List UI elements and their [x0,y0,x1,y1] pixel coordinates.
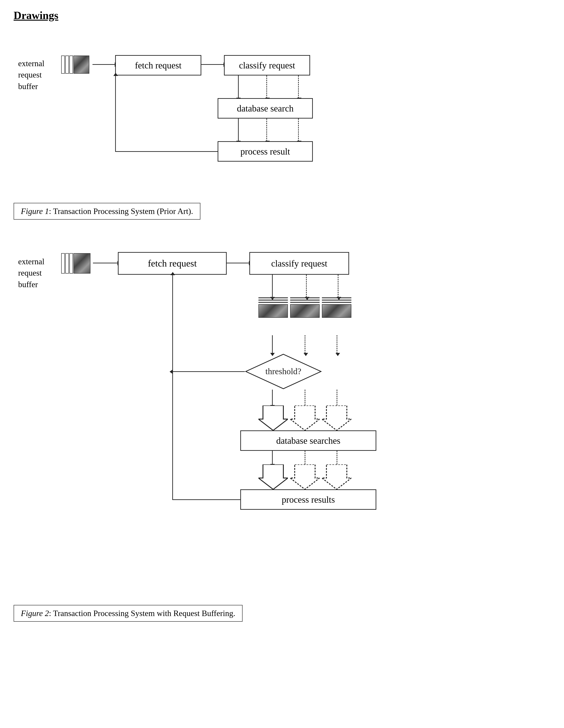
fig1-buffer-label: external request buffer [18,58,44,92]
svg-marker-4 [322,405,351,430]
fig2-queue1 [258,297,288,318]
fig1-process-result-box: process result [218,141,313,162]
figure1-diagram: external request buffer fetch request cl… [14,35,512,194]
fig2-arrow-cr-down3 [338,275,338,297]
fig2-arrow-cr-down2 [306,275,307,297]
fig1-return-h [115,151,218,152]
fig1-database-search-box: database search [218,98,313,119]
fig1-classify-request-box: classify request [224,55,310,75]
fig2-hollow-arrow4 [258,464,288,490]
fig2-arrow-cr-down1 [272,275,273,297]
fig2-process-results-box: process results [240,489,376,510]
fig2-threshold-diamond: threshold? [245,353,322,391]
fig2-arrow-dbs-down [272,451,273,464]
fig2-classify-request-box: classify request [249,252,349,275]
figure2-section: external request buffer fetch request cl… [14,238,550,622]
fig2-hollow-arrow5 [290,464,320,490]
fig2-arrow-thresh-down3 [337,390,337,405]
fig1-buffer-icon [61,56,89,74]
fig2-queue3 [322,297,351,318]
fig2-caption: Figure 2: Transaction Processing System … [14,605,243,622]
svg-marker-6 [290,464,320,489]
fig2-arrow-q2-thresh [305,335,305,353]
fig2-arrow-buf-fetch [93,263,118,263]
svg-marker-3 [290,405,320,430]
figure2-diagram: external request buffer fetch request cl… [14,238,512,600]
fig2-arrow-q1-thresh [272,335,273,353]
fig2-arrow-dbs-down2 [305,451,305,464]
fig2-database-searches-box: database searches [240,430,376,451]
fig2-arrow-q3-thresh [337,335,337,353]
fig2-buffer-icon [61,253,90,274]
fig2-fetch-request-box: fetch request [118,252,227,275]
fig2-return-h [172,499,240,500]
fig2-arrow-dbs-down3 [337,451,337,464]
fig2-arrow-thresh-down2 [305,390,305,405]
fig2-arrow-fetch-classify [227,263,249,263]
fig2-arrow-thresh-down [272,390,273,405]
fig2-return-v [172,275,173,499]
fig2-buffer-label: external request buffer [18,256,44,290]
fig1-arrow-classify-down3 [298,75,299,98]
svg-marker-5 [258,464,288,489]
fig1-arrow-db-down3 [298,119,299,141]
svg-text:threshold?: threshold? [265,366,301,376]
fig2-hollow-arrow1 [258,405,288,431]
fig1-fetch-request-box: fetch request [115,55,201,75]
fig1-arrow-buf-fetch [92,64,115,65]
fig1-arrow-db-down2 [266,119,267,141]
fig2-hollow-arrow6 [322,464,351,490]
fig1-arrow-fetch-classify [201,64,224,65]
figure1-section: external request buffer fetch request cl… [14,35,550,220]
fig1-arrow-classify-down1 [238,75,239,98]
svg-marker-2 [258,405,288,430]
page-title: Drawings [14,9,550,22]
fig1-caption: Figure 1: Transaction Processing System … [14,203,200,220]
fig1-return-v [115,75,116,151]
fig2-queue2 [290,297,320,318]
fig1-arrow-db-down1 [238,119,239,141]
fig2-hollow-arrow3 [322,405,351,431]
fig2-arrow-thresh-left [172,371,245,372]
fig2-hollow-arrow2 [290,405,320,431]
svg-marker-7 [322,464,351,489]
fig1-arrow-classify-down2 [266,75,267,98]
